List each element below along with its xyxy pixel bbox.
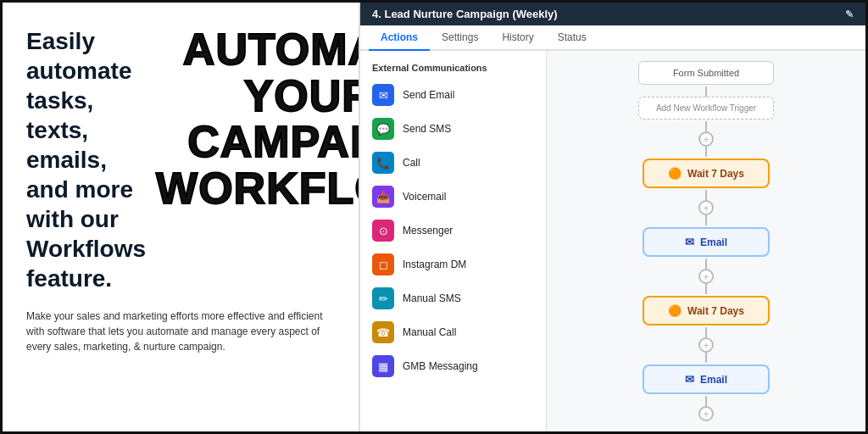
action-voicemail-label: Voicemail bbox=[403, 191, 446, 203]
add-node-circle-4[interactable]: + bbox=[698, 337, 714, 353]
workflow-node-wait-2[interactable]: 🟠 Wait 7 Days bbox=[643, 296, 770, 326]
main-heading: Easily automate tasks, texts, emails, an… bbox=[26, 26, 146, 293]
wait-icon-1: 🟠 bbox=[668, 167, 682, 180]
connector bbox=[705, 147, 707, 157]
action-gmb-messaging[interactable]: ▦ GMB Messaging bbox=[360, 349, 546, 383]
connector bbox=[705, 215, 707, 225]
connector bbox=[705, 86, 707, 97]
add-node-circle-3[interactable]: + bbox=[698, 269, 714, 284]
workflow-node-email-2[interactable]: ✉ Email bbox=[643, 364, 770, 394]
tab-status[interactable]: Status bbox=[546, 25, 598, 51]
connector bbox=[705, 396, 707, 406]
voicemail-icon: 📥 bbox=[372, 186, 394, 208]
connector bbox=[705, 284, 707, 294]
instagram-icon: ◻ bbox=[372, 253, 394, 275]
connector bbox=[705, 121, 707, 131]
add-node-circle-5[interactable]: + bbox=[698, 406, 714, 421]
action-gmb-messaging-label: GMB Messaging bbox=[403, 360, 478, 372]
connector bbox=[705, 190, 707, 200]
action-instagram-dm-label: Instagram DM bbox=[403, 259, 466, 270]
send-sms-icon: 💬 bbox=[372, 118, 394, 140]
action-call-label: Call bbox=[403, 157, 420, 169]
manual-call-icon: ☎ bbox=[372, 321, 394, 343]
action-send-sms[interactable]: 💬 Send SMS bbox=[360, 112, 546, 146]
action-send-email[interactable]: ✉ Send Email bbox=[360, 78, 546, 112]
action-instagram-dm[interactable]: ◻ Instagram DM bbox=[360, 248, 546, 281]
connector bbox=[705, 327, 707, 337]
trigger-form-submitted: Form Submitted bbox=[638, 61, 774, 85]
add-workflow-trigger[interactable]: Add New Workflow Trigger bbox=[638, 97, 774, 120]
tabs-bar: Actions Settings History Status bbox=[360, 25, 865, 51]
top-bar: 4. Lead Nurture Campaign (Weekly) ✎ bbox=[360, 3, 865, 25]
edit-icon[interactable]: ✎ bbox=[845, 8, 854, 20]
call-icon: 📞 bbox=[372, 152, 394, 174]
add-node-circle-1[interactable]: + bbox=[698, 131, 714, 147]
action-manual-call[interactable]: ☎ Manual Call bbox=[360, 315, 546, 349]
left-panel: Easily automate tasks, texts, emails, an… bbox=[3, 3, 359, 431]
send-email-icon: ✉ bbox=[372, 84, 394, 106]
email-icon-1: ✉ bbox=[685, 236, 694, 248]
action-voicemail[interactable]: 📥 Voicemail bbox=[360, 180, 546, 214]
workflow-node-wait-1[interactable]: 🟠 Wait 7 Days bbox=[643, 159, 770, 188]
sub-text: Make your sales and marketing efforts mo… bbox=[26, 309, 331, 354]
workflow-canvas: Form Submitted Add New Workflow Trigger … bbox=[547, 51, 865, 431]
action-messenger[interactable]: ⊙ Messenger bbox=[360, 214, 546, 248]
content-area: External Communications ✉ Send Email 💬 S… bbox=[360, 51, 865, 431]
messenger-icon: ⊙ bbox=[372, 220, 394, 242]
gmb-icon: ▦ bbox=[372, 355, 394, 377]
workflow-node-email-1[interactable]: ✉ Email bbox=[643, 227, 770, 257]
tab-history[interactable]: History bbox=[490, 25, 545, 51]
tab-settings[interactable]: Settings bbox=[430, 25, 490, 51]
actions-section-title: External Communications bbox=[360, 59, 546, 78]
add-node-circle-2[interactable]: + bbox=[698, 200, 714, 215]
connector bbox=[705, 259, 707, 269]
manual-sms-icon: ✏ bbox=[372, 287, 394, 309]
action-manual-sms-label: Manual SMS bbox=[403, 292, 461, 304]
action-manual-sms[interactable]: ✏ Manual SMS bbox=[360, 281, 546, 315]
action-call[interactable]: 📞 Call bbox=[360, 146, 546, 180]
actions-panel: External Communications ✉ Send Email 💬 S… bbox=[360, 51, 547, 431]
action-manual-call-label: Manual Call bbox=[403, 326, 456, 338]
campaign-title: 4. Lead Nurture Campaign (Weekly) bbox=[372, 8, 558, 20]
right-panel: 4. Lead Nurture Campaign (Weekly) ✎ Acti… bbox=[359, 3, 865, 431]
action-send-email-label: Send Email bbox=[403, 89, 454, 101]
connector bbox=[705, 353, 707, 363]
email-icon-2: ✉ bbox=[685, 373, 694, 386]
tab-actions[interactable]: Actions bbox=[369, 25, 430, 51]
wait-icon-2: 🟠 bbox=[668, 304, 682, 317]
action-send-sms-label: Send SMS bbox=[403, 123, 451, 135]
action-messenger-label: Messenger bbox=[403, 225, 453, 236]
